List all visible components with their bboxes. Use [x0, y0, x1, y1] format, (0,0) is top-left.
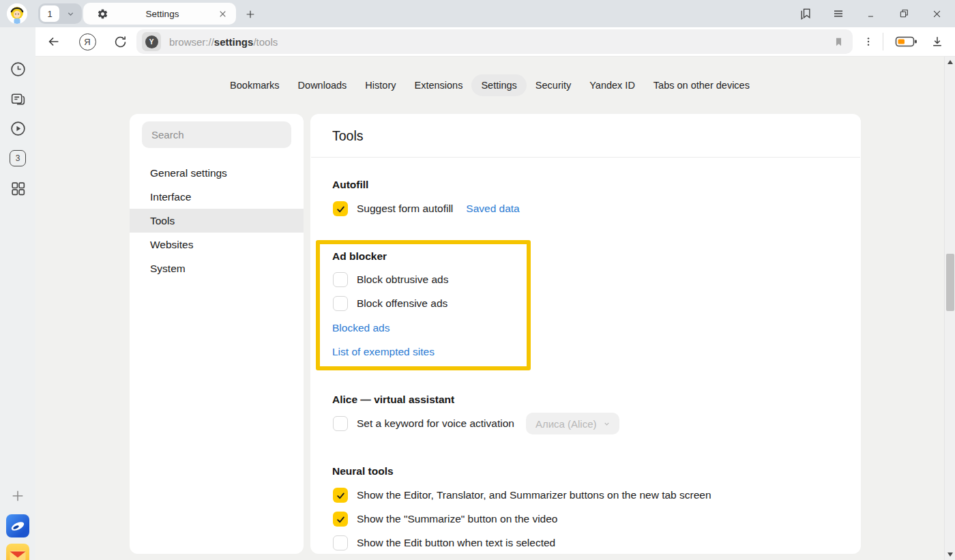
address-bar[interactable]: Y browser://settings/tools [136, 29, 853, 54]
alice-keyword-dropdown: Алиса (Alice) [526, 413, 619, 434]
show-summarize-checkbox[interactable] [333, 512, 348, 527]
tab-title: Settings [108, 9, 216, 19]
alice-keyword-checkbox[interactable] [333, 416, 348, 431]
autofill-row[interactable]: Suggest form autofill Saved data [333, 201, 520, 216]
menu-item-general-settings[interactable]: General settings [130, 161, 304, 185]
chevron-down-icon[interactable] [59, 10, 82, 18]
toolbar: Я Y browser://settings/tools [35, 27, 955, 57]
gear-icon [97, 8, 108, 20]
autofill-heading: Autofill [332, 179, 368, 191]
neural-row-1[interactable]: Show the Editor, Translator, and Summari… [333, 488, 711, 503]
close-icon[interactable] [928, 5, 945, 22]
reload-icon[interactable] [110, 31, 130, 52]
block-obtrusive-label: Block obtrusive ads [357, 274, 448, 286]
url-text: browser://settings/tools [169, 36, 278, 48]
title-divider [311, 157, 860, 158]
history-clock-icon[interactable] [0, 61, 35, 78]
tab-close-icon[interactable] [216, 8, 229, 20]
browser-window: 1 Settings [0, 0, 955, 560]
apps-grid-icon[interactable] [0, 180, 35, 197]
tab-group-control[interactable]: 1 [38, 3, 82, 24]
exempted-sites-link[interactable]: List of exempted sites [332, 346, 435, 358]
nav-security[interactable]: Security [535, 80, 571, 91]
menu-icon[interactable] [829, 5, 847, 22]
scroll-down-arrow[interactable] [947, 552, 953, 557]
show-editor-buttons-checkbox[interactable] [333, 488, 348, 503]
new-tab-button[interactable] [242, 6, 259, 23]
scrollbar-track[interactable] [944, 57, 955, 560]
nav-bookmarks[interactable]: Bookmarks [230, 80, 280, 91]
show-edit-button-label: Show the Edit button when text is select… [357, 537, 555, 549]
show-editor-buttons-label: Show the Editor, Translator, and Summari… [357, 489, 711, 501]
search-input[interactable] [142, 121, 291, 148]
neural-tools-heading: Neural tools [332, 465, 394, 477]
nav-settings[interactable]: Settings [471, 74, 526, 96]
feed-icon[interactable] [0, 91, 35, 108]
site-badge-icon[interactable]: Y [142, 32, 161, 51]
block-obtrusive-checkbox[interactable] [333, 272, 348, 287]
suggest-autofill-label: Suggest form autofill [357, 203, 453, 215]
alice-keyword-label: Set a keyword for voice activation [357, 417, 514, 430]
tab-settings[interactable]: Settings [83, 3, 236, 25]
block-offensive-label: Block offensive ads [357, 297, 447, 310]
toolbar-divider [883, 33, 883, 50]
add-panel-icon[interactable] [0, 488, 35, 503]
settings-nav: Bookmarks Downloads History Extensions S… [35, 74, 944, 97]
suggest-autofill-checkbox[interactable] [333, 201, 348, 216]
neural-row-3[interactable]: Show the Edit button when text is select… [333, 535, 555, 550]
bookmark-icon[interactable] [833, 36, 844, 48]
restore-icon[interactable] [895, 5, 913, 22]
bookmarks-panel-icon[interactable] [797, 5, 814, 22]
blocked-ads-link[interactable]: Blocked ads [332, 322, 390, 334]
block-obtrusive-row[interactable]: Block obtrusive ads [333, 272, 448, 287]
nav-downloads[interactable]: Downloads [298, 80, 347, 91]
alice-avatar-icon [7, 3, 27, 24]
page-title: Tools [332, 128, 364, 144]
menu-item-tools[interactable]: Tools [130, 209, 304, 233]
profile-avatar[interactable] [7, 3, 27, 24]
nav-tabs-other-devices[interactable]: Tabs on other devices [653, 80, 750, 91]
scrollbar-thumb[interactable] [946, 254, 954, 311]
scroll-up-arrow[interactable] [947, 60, 953, 64]
tab-strip: 1 Settings [0, 0, 955, 27]
show-summarize-label: Show the "Summarize" button on the video [357, 513, 557, 525]
alice-keyword-row[interactable]: Set a keyword for voice activation Алиса… [333, 413, 619, 434]
menu-item-system[interactable]: System [130, 256, 304, 280]
block-offensive-row[interactable]: Block offensive ads [333, 296, 447, 311]
block-offensive-checkbox[interactable] [333, 296, 348, 311]
disk-app-icon[interactable] [0, 514, 35, 537]
nav-history[interactable]: History [365, 80, 396, 91]
chevron-down-icon [603, 420, 611, 428]
saved-data-link[interactable]: Saved data [466, 203, 519, 215]
yandex-home-icon[interactable]: Я [77, 31, 98, 52]
show-edit-button-checkbox[interactable] [333, 535, 348, 550]
ad-blocker-heading: Ad blocker [332, 250, 387, 263]
mail-app-icon[interactable] [0, 544, 35, 560]
battery-icon[interactable] [894, 31, 920, 52]
minimize-icon[interactable] [862, 5, 880, 22]
alice-heading: Alice — virtual assistant [332, 394, 454, 406]
nav-extensions[interactable]: Extensions [414, 80, 462, 91]
app-sidebar: 3 [0, 27, 35, 560]
back-icon[interactable] [44, 31, 64, 52]
downloads-icon[interactable] [927, 31, 947, 52]
nav-yandex-id[interactable]: Yandex ID [589, 80, 635, 91]
video-play-icon[interactable] [0, 120, 35, 137]
tab-count-badge[interactable]: 1 [40, 5, 59, 22]
neural-row-2[interactable]: Show the "Summarize" button on the video [333, 512, 557, 527]
menu-item-interface[interactable]: Interface [130, 185, 304, 209]
tabs-counter-icon[interactable]: 3 [0, 150, 35, 166]
menu-item-websites[interactable]: Websites [130, 233, 304, 256]
kebab-menu-icon[interactable] [858, 31, 879, 52]
